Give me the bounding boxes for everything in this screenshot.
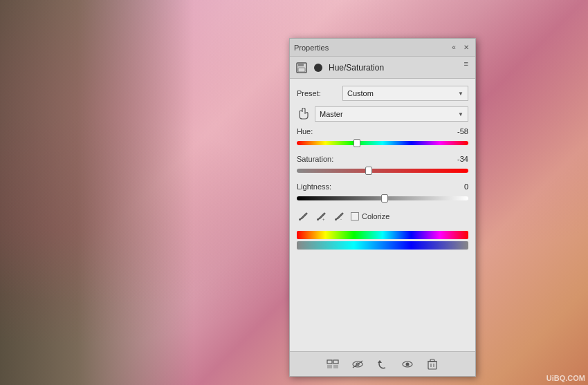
panel-header: ≡ Hue/Saturation: [290, 57, 475, 79]
svg-point-4: [299, 218, 301, 220]
svg-rect-9: [327, 360, 332, 364]
saturation-thumb[interactable]: [365, 167, 372, 175]
eye-slash-icon[interactable]: [351, 357, 365, 371]
svg-rect-21: [430, 359, 434, 361]
panel-body: Preset: Custom ▼ Master ▼ Hue: -58: [290, 79, 475, 351]
lightness-header: Lightness: 0: [297, 182, 468, 191]
channel-dropdown[interactable]: Master ▼: [315, 106, 468, 122]
hand-icon[interactable]: [297, 107, 311, 121]
svg-point-18: [406, 362, 410, 366]
svg-rect-10: [333, 360, 338, 364]
undo-icon[interactable]: [376, 357, 389, 371]
preset-label: Preset:: [297, 89, 338, 97]
svg-point-7: [335, 218, 337, 220]
eyedropper-minus-icon[interactable]: -: [333, 210, 345, 223]
color-bars: [297, 231, 468, 250]
watermark: UiBQ.COM: [546, 374, 585, 382]
crop-icon[interactable]: [326, 357, 340, 371]
colorize-text: Colorize: [362, 212, 389, 220]
circle-filled-icon: [312, 62, 324, 74]
preset-dropdown[interactable]: Custom ▼: [342, 86, 468, 101]
trash-icon[interactable]: [425, 357, 439, 371]
hue-track: [297, 141, 468, 145]
channel-row: Master ▼: [297, 106, 468, 122]
lightness-track: [297, 196, 468, 200]
hue-thumb[interactable]: [353, 139, 360, 147]
colorize-checkbox[interactable]: [351, 212, 359, 220]
panel-title: Properties: [294, 44, 329, 52]
adjusted-spectrum-bar: [297, 241, 468, 250]
properties-panel: Properties « ✕ ≡ Hue/Saturation Preset:: [289, 38, 476, 377]
lightness-thumb[interactable]: [381, 194, 388, 203]
channel-value: Master: [320, 110, 343, 118]
svg-point-3: [314, 64, 322, 72]
svg-point-5: [317, 218, 319, 220]
lightness-slider-container[interactable]: [297, 192, 468, 205]
eyedropper-icon[interactable]: [297, 210, 309, 223]
preset-row: Preset: Custom ▼: [297, 86, 468, 101]
svg-text:-: -: [340, 217, 342, 221]
lightness-section: Lightness: 0: [297, 182, 468, 205]
colorize-row: + - Colorize: [297, 210, 468, 223]
full-spectrum-bar: [297, 231, 468, 239]
eyedropper-plus-icon[interactable]: +: [315, 210, 327, 223]
hue-slider-container[interactable]: [297, 137, 468, 149]
preview-eye-icon[interactable]: [401, 357, 414, 371]
panel-footer: [290, 351, 475, 376]
chevron-down-icon: ▼: [458, 111, 463, 118]
saturation-slider-container[interactable]: [297, 165, 468, 177]
panel-menu-btn[interactable]: ≡: [464, 59, 468, 68]
svg-marker-16: [378, 360, 382, 363]
panel-titlebar: Properties « ✕: [290, 39, 475, 57]
preset-value: Custom: [347, 89, 374, 97]
saturation-value: -34: [448, 155, 468, 163]
disk-icon: [295, 62, 308, 74]
svg-rect-1: [298, 63, 304, 66]
colorize-label[interactable]: Colorize: [351, 212, 389, 220]
svg-rect-19: [428, 361, 437, 369]
lightness-label: Lightness:: [297, 182, 331, 191]
saturation-label: Saturation:: [297, 155, 333, 163]
chevron-down-icon: ▼: [458, 91, 463, 97]
svg-rect-12: [333, 365, 338, 368]
panel-collapse-btn[interactable]: «: [449, 43, 459, 53]
hue-header: Hue: -58: [297, 127, 468, 135]
saturation-track: [297, 169, 468, 173]
svg-text:+: +: [322, 217, 325, 221]
svg-rect-11: [327, 365, 332, 368]
panel-close-btn[interactable]: ✕: [461, 43, 471, 53]
panel-header-title: Hue/Saturation: [329, 63, 384, 73]
hue-value: -58: [448, 127, 468, 135]
hue-section: Hue: -58: [297, 127, 468, 149]
saturation-section: Saturation: -34: [297, 155, 468, 177]
panel-controls: « ✕: [449, 43, 471, 53]
hue-label: Hue:: [297, 127, 313, 135]
svg-rect-2: [298, 68, 305, 72]
saturation-header: Saturation: -34: [297, 155, 468, 163]
lightness-value: 0: [448, 182, 468, 191]
